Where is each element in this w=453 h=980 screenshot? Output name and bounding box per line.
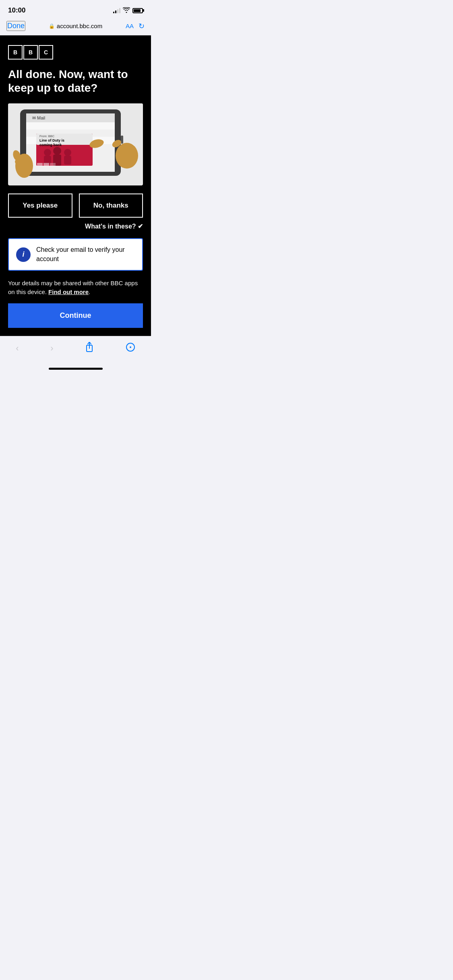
info-text: Check your email to verify your account	[36, 245, 135, 264]
whats-in-link[interactable]: What's in these? ✔	[85, 223, 143, 230]
svg-text:Line of Duty is: Line of Duty is	[39, 138, 64, 142]
text-size-button[interactable]: AA	[126, 23, 134, 29]
find-out-more-link[interactable]: Find out more	[48, 288, 89, 295]
url-bar: 🔒 account.bbc.com	[49, 23, 102, 29]
status-icons	[113, 7, 143, 14]
svg-point-18	[64, 149, 71, 156]
back-button[interactable]: ‹	[12, 342, 23, 355]
svg-rect-22	[50, 163, 56, 166]
battery-icon	[132, 8, 143, 13]
bbc-letter-c: C	[39, 45, 53, 60]
privacy-text: Your details may be shared with other BB…	[8, 279, 143, 297]
browser-bar: Done 🔒 account.bbc.com AA ↻	[0, 18, 151, 35]
bbc-letter-b1: B	[8, 45, 23, 60]
svg-rect-6	[26, 122, 115, 130]
browser-controls: AA ↻	[126, 22, 145, 31]
svg-point-14	[44, 149, 51, 156]
svg-rect-21	[43, 163, 49, 166]
no-thanks-button[interactable]: No, thanks	[79, 194, 143, 218]
svg-text:coming back: coming back	[39, 143, 62, 147]
svg-point-26	[116, 143, 138, 169]
tablet-illustration: ✉ Mail From: BBC Line of Duty is coming …	[8, 103, 143, 185]
bottom-nav: ‹ ›	[0, 336, 151, 368]
status-time: 10:00	[8, 6, 25, 14]
home-indicator	[49, 368, 103, 370]
url-text: account.bbc.com	[57, 23, 102, 29]
done-button[interactable]: Done	[6, 21, 25, 31]
svg-text:✉ Mail: ✉ Mail	[32, 115, 45, 120]
yes-please-button[interactable]: Yes please	[8, 194, 72, 218]
reload-button[interactable]: ↻	[139, 22, 145, 31]
continue-button[interactable]: Continue	[8, 303, 143, 328]
choice-buttons: Yes please No, thanks	[8, 194, 143, 218]
svg-text:From: BBC: From: BBC	[39, 134, 55, 138]
share-button[interactable]	[81, 340, 98, 356]
status-bar: 10:00	[0, 0, 151, 18]
signal-icon	[113, 8, 120, 13]
main-content: B B C All done. Now, want to keep up to …	[0, 35, 151, 336]
bbc-letter-b2: B	[23, 45, 38, 60]
compass-button[interactable]	[122, 341, 139, 356]
lock-icon: 🔒	[49, 23, 55, 29]
bbc-logo: B B C	[8, 45, 143, 60]
svg-point-16	[53, 147, 61, 155]
svg-rect-19	[64, 156, 71, 165]
wifi-icon	[123, 7, 130, 14]
whats-in-container: What's in these? ✔	[8, 222, 143, 230]
svg-rect-20	[37, 163, 43, 166]
forward-button[interactable]: ›	[46, 342, 57, 355]
info-icon: i	[16, 247, 31, 262]
page-headline: All done. Now, want to keep up to date?	[8, 68, 143, 95]
svg-point-31	[130, 346, 131, 348]
info-box: i Check your email to verify your accoun…	[8, 238, 143, 271]
